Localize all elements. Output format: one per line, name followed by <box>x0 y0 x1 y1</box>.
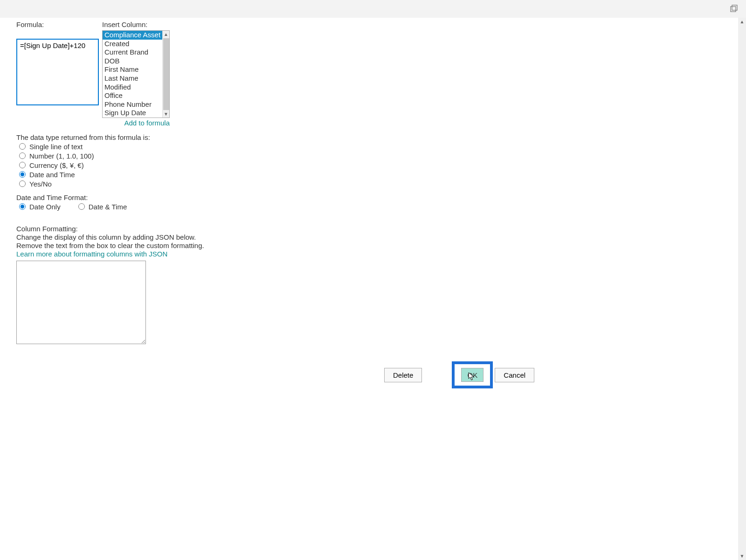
form-content: Formula: Insert Column: Compliance Asset… <box>16 21 746 346</box>
radio-single-line-input[interactable] <box>19 143 26 150</box>
top-bar <box>0 0 746 18</box>
column-option[interactable]: Current Brand <box>103 48 162 57</box>
column-option[interactable]: Modified <box>103 83 162 92</box>
radio-single-line[interactable]: Single line of text <box>19 143 746 151</box>
svg-rect-0 <box>731 7 736 12</box>
scroll-thumb[interactable] <box>163 38 169 110</box>
column-listbox[interactable]: Compliance Asset IdCreatedCurrent BrandD… <box>102 30 170 118</box>
column-formatting-label: Column Formatting: <box>16 225 746 233</box>
radio-date-and-time-input[interactable] <box>78 203 85 210</box>
radio-yes-no-label: Yes/No <box>29 180 52 188</box>
scroll-down-icon[interactable]: ▼ <box>163 111 170 118</box>
column-option[interactable]: Phone Number <box>103 100 162 109</box>
data-type-label: The data type returned from this formula… <box>16 133 746 141</box>
date-time-format-label: Date and Time Format: <box>16 194 746 201</box>
svg-rect-1 <box>732 5 737 10</box>
ok-button[interactable]: OK <box>461 368 484 382</box>
scroll-down-icon[interactable]: ▼ <box>738 552 746 560</box>
radio-date-only[interactable]: Date Only <box>19 203 61 211</box>
radio-date-and-time[interactable]: Date & Time <box>78 203 127 211</box>
column-option[interactable]: Office <box>103 91 162 100</box>
radio-single-line-label: Single line of text <box>29 143 83 151</box>
column-option[interactable]: DOB <box>103 57 162 66</box>
radio-currency[interactable]: Currency ($, ¥, €) <box>19 161 746 169</box>
radio-currency-input[interactable] <box>19 162 26 168</box>
column-option[interactable]: Last Name <box>103 74 162 83</box>
column-formatting-desc2: Remove the text from the box to clear th… <box>16 242 746 249</box>
learn-more-link[interactable]: Learn more about formatting columns with… <box>16 250 746 258</box>
ok-button-label: OK <box>468 371 478 379</box>
radio-number[interactable]: Number (1, 1.0, 100) <box>19 152 746 160</box>
radio-yes-no[interactable]: Yes/No <box>19 180 746 188</box>
button-bar: Delete OK Cancel <box>384 361 534 388</box>
insert-column-label: Insert Column: <box>102 21 170 28</box>
radio-date-time[interactable]: Date and Time <box>19 171 746 179</box>
listbox-scrollbar[interactable]: ▲ ▼ <box>162 31 169 118</box>
radio-number-input[interactable] <box>19 152 26 159</box>
radio-date-time-input[interactable] <box>19 171 26 178</box>
radio-date-only-label: Date Only <box>29 203 61 211</box>
ok-button-highlight: OK <box>452 361 493 388</box>
radio-date-only-input[interactable] <box>19 203 26 210</box>
formula-label: Formula: <box>16 21 99 28</box>
scroll-up-icon[interactable]: ▲ <box>163 31 170 38</box>
maximize-icon[interactable] <box>730 5 738 12</box>
column-option[interactable]: Created <box>103 40 162 48</box>
radio-number-label: Number (1, 1.0, 100) <box>29 152 94 160</box>
column-option[interactable]: First Name <box>103 65 162 74</box>
column-option[interactable]: Sign Up Date <box>103 109 162 118</box>
radio-currency-label: Currency ($, ¥, €) <box>29 161 84 169</box>
column-option[interactable]: Compliance Asset Id <box>103 31 162 40</box>
radio-date-and-time-label: Date & Time <box>89 203 127 211</box>
cancel-button[interactable]: Cancel <box>495 368 534 382</box>
json-formatting-input[interactable] <box>16 261 146 344</box>
delete-button[interactable]: Delete <box>384 368 422 382</box>
formula-input[interactable] <box>16 39 99 105</box>
radio-yes-no-input[interactable] <box>19 180 26 187</box>
add-to-formula-link[interactable]: Add to formula <box>102 119 170 127</box>
radio-date-time-label: Date and Time <box>29 171 75 179</box>
column-formatting-desc1: Change the display of this column by add… <box>16 233 746 241</box>
